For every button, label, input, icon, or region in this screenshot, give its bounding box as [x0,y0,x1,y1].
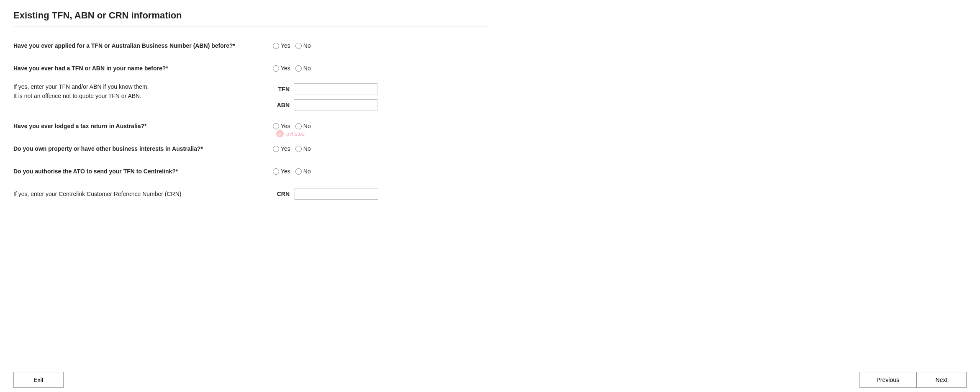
question-4-label: Have you ever lodged a tax return in Aus… [13,123,273,129]
question-6-no-label[interactable]: No [295,168,311,175]
question-4-no-text: No [303,123,311,129]
question-6-no-text: No [303,168,311,175]
tfn-abn-fields: TFN ABN [273,83,377,111]
bottom-bar: Exit Previous Next [0,367,980,392]
question-6-no-radio[interactable] [295,168,302,175]
question-5-no-text: No [303,145,311,152]
abn-field-row: ABN [273,99,377,111]
question-1-controls: Yes No [273,42,311,49]
crn-input[interactable] [295,188,378,200]
question-5-yes-radio[interactable] [273,146,279,152]
tfn-abn-line1: If yes, enter your TFN and/or ABN if you… [13,83,264,90]
question-6-yes-radio[interactable] [273,168,279,175]
crn-row: If yes, enter your Centrelink Customer R… [13,186,489,201]
question-5-row: Do you own property or have other busine… [13,141,489,156]
question-2-label: Have you ever had a TFN or ABN in your n… [13,65,273,72]
question-1-no-label[interactable]: No [295,42,311,49]
question-5-no-label[interactable]: No [295,145,311,152]
question-2-row: Have you ever had a TFN or ABN in your n… [13,61,489,76]
tfn-abn-description: If yes, enter your TFN and/or ABN if you… [13,83,273,102]
question-2-yes-label[interactable]: Yes [273,65,290,72]
next-button[interactable]: Next [916,372,967,388]
question-6-label: Do you authorise the ATO to send your TF… [13,168,273,175]
tfn-input[interactable] [294,83,377,95]
question-4-yes-label[interactable]: Yes [273,123,290,129]
question-4-no-label[interactable]: No [295,123,311,129]
question-6-yes-label[interactable]: Yes [273,168,290,175]
question-2-no-label[interactable]: No [295,65,311,72]
page-title: Existing TFN, ABN or CRN information [13,10,489,21]
crn-controls: CRN [273,188,378,200]
question-1-yes-text: Yes [281,42,290,49]
question-4-yes-text: Yes [281,123,290,129]
question-2-no-radio[interactable] [295,65,302,72]
question-6-controls: Yes No [273,168,311,175]
question-1-no-radio[interactable] [295,43,302,49]
question-1-yes-label[interactable]: Yes [273,42,290,49]
question-5-yes-text: Yes [281,145,290,152]
question-2-controls: Yes No [273,65,311,72]
bottom-right-buttons: Previous Next [859,372,967,388]
question-5-label: Do you own property or have other busine… [13,145,273,152]
question-4-row: Have you ever lodged a tax return in Aus… [13,119,489,134]
question-4-controls: Yes No [273,123,311,129]
question-4-yes-radio[interactable] [273,123,279,129]
question-6-row: Do you authorise the ATO to send your TF… [13,164,489,179]
question-1-row: Have you ever applied for a TFN or Austr… [13,38,489,53]
bottom-left-buttons: Exit [13,372,64,388]
crn-description: If yes, enter your Centrelink Customer R… [13,191,273,197]
question-5-yes-label[interactable]: Yes [273,145,290,152]
question-2-yes-radio[interactable] [273,65,279,72]
abn-field-label: ABN [273,102,290,108]
exit-button[interactable]: Exit [13,372,64,388]
question-1-label: Have you ever applied for a TFN or Austr… [13,42,273,49]
title-divider [13,26,489,26]
crn-field-label: CRN [273,191,290,197]
question-6-yes-text: Yes [281,168,290,175]
question-2-yes-text: Yes [281,65,290,72]
previous-button[interactable]: Previous [859,372,916,388]
question-5-controls: Yes No [273,145,311,152]
abn-input[interactable] [294,99,377,111]
tfn-abn-row: If yes, enter your TFN and/or ABN if you… [13,83,489,111]
question-4-no-radio[interactable] [295,123,302,129]
tfn-abn-line2: It is not an offence not to quote your T… [13,93,264,99]
tfn-field-label: TFN [273,86,290,93]
question-2-no-text: No [303,65,311,72]
question-1-no-text: No [303,42,311,49]
tfn-field-row: TFN [273,83,377,95]
question-1-yes-radio[interactable] [273,43,279,49]
question-5-no-radio[interactable] [295,146,302,152]
